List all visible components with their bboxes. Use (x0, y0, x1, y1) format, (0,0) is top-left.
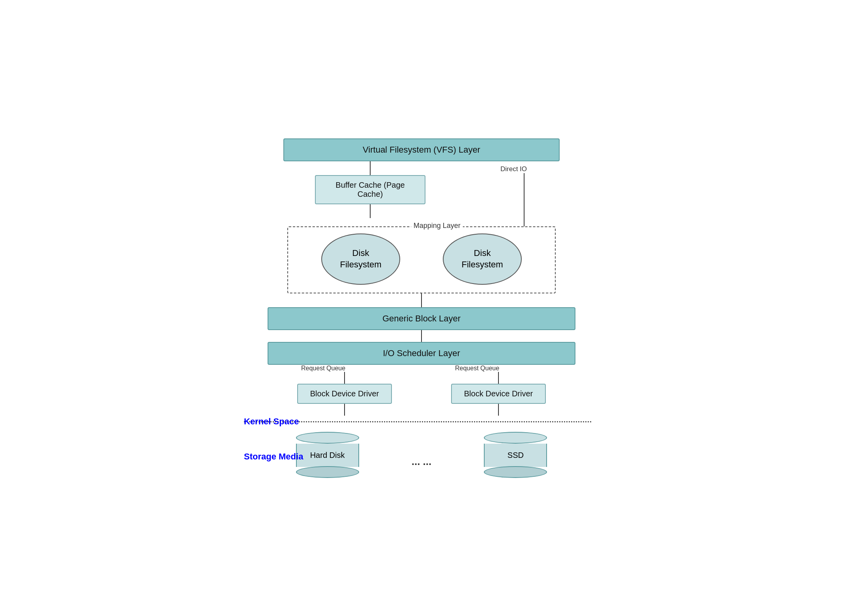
ssd-bottom (484, 466, 547, 478)
hard-disk-body: Hard Disk (296, 444, 359, 467)
req-queue-label-2: Request Queue (455, 365, 499, 371)
disk-filesystem-ellipse-1: DiskFilesystem (321, 233, 400, 285)
scheduler-to-driver2-line (498, 372, 499, 384)
block-to-scheduler-line (421, 330, 422, 342)
scheduler-to-driver1-line (344, 372, 345, 384)
vfs-layer-box: Virtual Filesystem (VFS) Layer (283, 138, 560, 161)
disk-filesystem-label-2: DiskFilesystem (461, 248, 503, 270)
buffer-cache-label: Buffer Cache (Page Cache) (335, 181, 405, 198)
vfs-to-buffer-line (370, 161, 371, 175)
generic-block-layer-box: Generic Block Layer (268, 307, 575, 330)
block-device-driver-label-2: Block Device Driver (464, 389, 533, 398)
ssd-label: SSD (508, 451, 524, 460)
storage-media-label: Storage Media (244, 452, 303, 462)
ssd-cylinder: SSD (480, 432, 551, 478)
direct-io-label: Direct IO (500, 165, 527, 173)
ssd-top (484, 432, 547, 444)
hard-disk-top (296, 432, 359, 444)
storage-row: Hard Disk ... ... SSD (268, 432, 575, 478)
disk-filesystem-ellipse-2: DiskFilesystem (443, 233, 522, 285)
buffer-cache-box: Buffer Cache (Page Cache) (315, 175, 425, 204)
hard-disk-bottom (296, 466, 359, 478)
diagram: Virtual Filesystem (VFS) Layer Buffer Ca… (244, 138, 599, 478)
mapping-to-block-line (421, 293, 422, 307)
right-driver-column: Request Queue Block Device Driver (451, 365, 546, 416)
req-queue-label-1: Request Queue (301, 365, 345, 371)
block-device-driver-box-2: Block Device Driver (451, 384, 546, 404)
block-device-driver-box-1: Block Device Driver (297, 384, 392, 404)
hard-disk-label: Hard Disk (310, 451, 345, 460)
diagram-container: Virtual Filesystem (VFS) Layer Buffer Ca… (244, 138, 599, 478)
dots-label: ... ... (412, 455, 432, 468)
ssd-body: SSD (484, 444, 547, 467)
vfs-layer-label: Virtual Filesystem (VFS) Layer (363, 145, 480, 155)
left-driver-column: Request Queue Block Device Driver (297, 365, 392, 416)
io-scheduler-label: I/O Scheduler Layer (383, 348, 460, 358)
kernel-space-label: Kernel Space (244, 416, 299, 427)
mapping-layer-container: Mapping Layer DiskFilesystem DiskFilesys… (287, 226, 556, 293)
generic-block-layer-label: Generic Block Layer (382, 314, 461, 323)
io-scheduler-box: I/O Scheduler Layer (268, 342, 575, 365)
driver2-to-ssd-line (498, 404, 499, 416)
block-device-driver-label-1: Block Device Driver (310, 389, 379, 398)
mapping-layer-label: Mapping Layer (411, 222, 463, 230)
buffer-to-mapping-line (370, 204, 371, 218)
disk-filesystem-label-1: DiskFilesystem (340, 248, 381, 270)
driver1-to-disk-line (344, 404, 345, 416)
direct-io-line (524, 173, 525, 226)
